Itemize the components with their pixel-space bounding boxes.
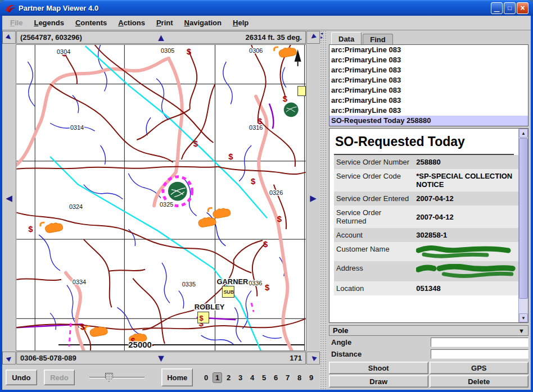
detail-row: Service Order Entered2007-04-12 bbox=[334, 192, 518, 206]
scrollbar-thumb[interactable] bbox=[519, 138, 528, 299]
list-item[interactable]: arc:PrimaryLine 083 bbox=[329, 75, 528, 85]
svg-text:0304: 0304 bbox=[57, 48, 70, 55]
title-bar: Partner Map Viewer 4.0 — □ × bbox=[0, 0, 533, 16]
tab-find[interactable]: Find bbox=[363, 34, 392, 44]
pan-corner-bottomright-button[interactable]: ▶ bbox=[306, 352, 320, 364]
svg-text:$: $ bbox=[200, 314, 204, 322]
pan-left-strip: ◀ bbox=[2, 44, 16, 351]
shoot-button[interactable]: Shoot bbox=[329, 362, 428, 374]
map-rivers bbox=[50, 46, 267, 350]
logo-marker[interactable] bbox=[168, 182, 187, 201]
scroll-up-button[interactable]: ▲ bbox=[519, 129, 528, 138]
pan-down-button[interactable]: ▼ bbox=[156, 352, 166, 364]
svg-text:$: $ bbox=[28, 225, 33, 234]
split-divider[interactable]: ◂ ▸ bbox=[320, 30, 327, 390]
detail-row: Location051348 bbox=[334, 281, 518, 295]
svg-text:0316: 0316 bbox=[249, 124, 263, 131]
menu-help[interactable]: Help bbox=[227, 17, 254, 29]
map-primary-lines bbox=[16, 103, 273, 327]
detail-row: Service Order Code*SP-SPECIAL COLLECTION… bbox=[334, 169, 518, 192]
svg-text:25000: 25000 bbox=[128, 340, 151, 349]
list-item[interactable]: arc:PrimaryLine 083 bbox=[329, 55, 528, 65]
redacted-value bbox=[416, 264, 516, 279]
detail-row: Account302858-1 bbox=[334, 228, 518, 242]
svg-text:$: $ bbox=[265, 283, 270, 292]
page-0[interactable]: 0 bbox=[201, 372, 211, 383]
svg-text:$: $ bbox=[187, 47, 192, 56]
pan-corner-bottomleft-button[interactable]: ▶ bbox=[2, 352, 16, 364]
redo-button[interactable]: Redo bbox=[44, 370, 75, 385]
page-2[interactable]: 2 bbox=[223, 372, 234, 383]
collapse-right-icon[interactable]: ▸ bbox=[320, 35, 323, 39]
facility-boxes[interactable]: SUB $ bbox=[198, 86, 306, 323]
draw-button[interactable]: Draw bbox=[329, 375, 428, 388]
cursor-coordinates: (2564787, 603296) bbox=[17, 33, 82, 42]
svg-text:0325: 0325 bbox=[160, 201, 173, 208]
minimize-icon: — bbox=[494, 10, 500, 13]
menu-file: File bbox=[4, 17, 28, 29]
page-3[interactable]: 3 bbox=[235, 372, 246, 383]
distance-label: Distance bbox=[329, 350, 431, 358]
tab-data[interactable]: Data bbox=[331, 32, 362, 44]
page-4[interactable]: 4 bbox=[247, 372, 258, 383]
page-9[interactable]: 9 bbox=[306, 372, 317, 383]
zoom-slider[interactable] bbox=[89, 372, 144, 383]
redacted-value bbox=[416, 245, 513, 258]
slider-thumb[interactable] bbox=[105, 373, 113, 382]
svg-text:$: $ bbox=[277, 215, 282, 224]
detail-row: Address bbox=[334, 261, 518, 281]
chevron-down-icon: ▼ bbox=[518, 327, 525, 334]
close-button[interactable]: × bbox=[517, 2, 529, 14]
gps-button[interactable]: GPS bbox=[430, 362, 529, 374]
pan-right-button[interactable]: ▶ bbox=[310, 194, 317, 202]
svg-text:0326: 0326 bbox=[269, 189, 283, 196]
close-icon: × bbox=[520, 3, 525, 12]
detail-scrollbar[interactable]: ▲ ▼ bbox=[518, 129, 528, 322]
menu-navigation[interactable]: Navigation bbox=[179, 17, 227, 29]
pan-right-strip: ▶ bbox=[306, 44, 320, 351]
menu-contents[interactable]: Contents bbox=[70, 17, 112, 29]
angle-field-row: Angle bbox=[329, 336, 529, 348]
page-8[interactable]: 8 bbox=[294, 372, 305, 383]
pan-up-button[interactable]: ▲ bbox=[156, 31, 166, 44]
menu-actions[interactable]: Actions bbox=[112, 17, 151, 29]
list-item[interactable]: arc:PrimaryLine 083 bbox=[329, 45, 528, 55]
menu-print[interactable]: Print bbox=[151, 17, 179, 29]
list-item[interactable]: arc:PrimaryLine 083 bbox=[329, 106, 528, 116]
pole-dropdown[interactable]: Pole ▼ bbox=[329, 325, 529, 336]
list-item[interactable]: arc:PrimaryLine 083 bbox=[329, 95, 528, 106]
undo-button[interactable]: Undo bbox=[6, 370, 37, 385]
app-logo-icon bbox=[4, 3, 16, 13]
page-5[interactable]: 5 bbox=[259, 372, 269, 383]
home-button[interactable]: Home bbox=[161, 368, 193, 386]
pan-left-button[interactable]: ◀ bbox=[6, 194, 12, 202]
list-item-selected[interactable]: SO-Requested Today 258880 bbox=[329, 116, 528, 126]
maximize-button[interactable]: □ bbox=[504, 2, 516, 14]
svg-text:SUB: SUB bbox=[223, 289, 234, 295]
bottom-toolbar: Undo Redo Home 0 1 2 3 4 5 6 7 8 9 bbox=[2, 365, 320, 390]
page-7[interactable]: 7 bbox=[282, 372, 293, 383]
menu-legends[interactable]: Legends bbox=[28, 17, 69, 29]
corner-arrow-icon: ▶ bbox=[5, 354, 13, 362]
pan-corner-topright-button[interactable]: ▶ bbox=[306, 31, 320, 44]
menu-bar: File Legends Contents Actions Print Navi… bbox=[2, 16, 531, 30]
scroll-down-button[interactable]: ▼ bbox=[519, 313, 528, 322]
map-canvas[interactable]: $$ $$ $$ $$ $$ $$ $$ SUB bbox=[16, 44, 306, 351]
svg-text:$: $ bbox=[80, 322, 85, 331]
delete-button[interactable]: Delete bbox=[430, 375, 529, 388]
svg-text:0305: 0305 bbox=[161, 47, 174, 54]
svg-text:ROBLEY: ROBLEY bbox=[195, 303, 225, 311]
page-1[interactable]: 1 bbox=[213, 372, 222, 383]
angle-input[interactable] bbox=[431, 338, 529, 347]
pan-corner-topleft-button[interactable]: ▶ bbox=[2, 31, 16, 44]
corner-arrow-icon: ▶ bbox=[309, 354, 317, 362]
list-item[interactable]: arc:PrimaryLine 083 bbox=[329, 85, 528, 95]
list-item[interactable]: arc:PrimaryLine 083 bbox=[329, 65, 528, 75]
logo-marker[interactable] bbox=[284, 102, 299, 117]
page-6[interactable]: 6 bbox=[270, 372, 281, 383]
minimize-button[interactable]: — bbox=[491, 2, 503, 14]
right-panel: Data Find arc:PrimaryLine 083 arc:Primar… bbox=[327, 30, 531, 390]
distance-input[interactable] bbox=[431, 349, 529, 359]
window-title: Partner Map Viewer 4.0 bbox=[19, 4, 491, 12]
scroll-down-icon: ▼ bbox=[521, 316, 526, 321]
